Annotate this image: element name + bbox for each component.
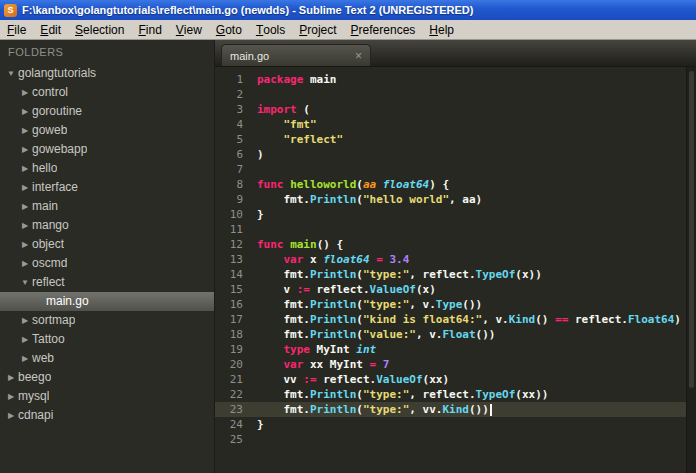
code-line-6[interactable]: 6) (215, 147, 696, 162)
chevron-right-icon[interactable]: ▶ (18, 235, 32, 254)
code-line-11[interactable]: 11 (215, 222, 696, 237)
line-content: "reflect" (257, 132, 343, 147)
code-line-12[interactable]: 12func main() { (215, 237, 696, 252)
menu-view[interactable]: View (169, 20, 209, 39)
tree-item-mango[interactable]: ▶mango (0, 216, 214, 235)
line-content: var xx MyInt = 7 (257, 357, 389, 372)
code-line-21[interactable]: 21 vv := reflect.ValueOf(xx) (215, 372, 696, 387)
menu-tools[interactable]: Tools (249, 20, 292, 39)
menu-file[interactable]: File (0, 20, 33, 39)
line-number: 15 (215, 282, 243, 297)
code-line-19[interactable]: 19 type MyInt int (215, 342, 696, 357)
code-line-23[interactable]: 23 fmt.Println("type:", vv.Kind()) (215, 402, 696, 417)
chevron-right-icon[interactable]: ▶ (18, 102, 32, 121)
tree-item-label: web (32, 349, 54, 368)
code-line-25[interactable]: 25 (215, 432, 696, 447)
tree-item-oscmd[interactable]: ▶oscmd (0, 254, 214, 273)
tree-item-label: goroutine (32, 102, 82, 121)
menu-preferences[interactable]: Preferences (344, 20, 423, 39)
code-line-14[interactable]: 14 fmt.Println("type:", reflect.TypeOf(x… (215, 267, 696, 282)
line-number: 1 (215, 72, 243, 87)
tree-item-main[interactable]: ▶main (0, 197, 214, 216)
tree-item-cdnapi[interactable]: ▶cdnapi (0, 406, 214, 425)
code-line-15[interactable]: 15 v := reflect.ValueOf(x) (215, 282, 696, 297)
menu-selection[interactable]: Selection (68, 20, 131, 39)
tree-item-interface[interactable]: ▶interface (0, 178, 214, 197)
line-content: } (257, 417, 264, 432)
tree-item-sortmap[interactable]: ▶sortmap (0, 311, 214, 330)
chevron-right-icon[interactable]: ▶ (4, 406, 18, 425)
tree-item-hello[interactable]: ▶hello (0, 159, 214, 178)
menu-help[interactable]: Help (422, 20, 461, 39)
code-line-17[interactable]: 17 fmt.Println("kind is float64:", v.Kin… (215, 312, 696, 327)
chevron-right-icon[interactable]: ▶ (4, 368, 18, 387)
code-line-8[interactable]: 8func helloworld(aa float64) { (215, 177, 696, 192)
line-number: 25 (215, 432, 243, 447)
chevron-down-icon[interactable]: ▼ (4, 64, 18, 83)
menu-bar: FileEditSelectionFindViewGotoToolsProjec… (0, 20, 696, 40)
sidebar: FOLDERS ▼golangtutorials▶control▶gorouti… (0, 40, 215, 473)
tab-close-icon[interactable]: × (355, 50, 362, 62)
tab-main-go[interactable]: main.go × (221, 44, 371, 66)
title-bar[interactable]: S F:\kanbox\golangtutorials\reflect\main… (0, 0, 696, 20)
code-line-10[interactable]: 10} (215, 207, 696, 222)
tree-item-label: main (32, 197, 58, 216)
chevron-right-icon[interactable]: ▶ (18, 159, 32, 178)
tree-item-object[interactable]: ▶object (0, 235, 214, 254)
tree-item-web[interactable]: ▶web (0, 349, 214, 368)
code-line-24[interactable]: 24} (215, 417, 696, 432)
tree-item-label: reflect (32, 273, 65, 292)
chevron-right-icon[interactable]: ▶ (18, 349, 32, 368)
line-number: 4 (215, 117, 243, 132)
chevron-right-icon[interactable]: ▶ (18, 197, 32, 216)
tree-item-mysql[interactable]: ▶mysql (0, 387, 214, 406)
code-line-4[interactable]: 4 "fmt" (215, 117, 696, 132)
tree-item-main-go[interactable]: main.go (0, 292, 214, 311)
menu-goto[interactable]: Goto (209, 20, 249, 39)
tree-item-tattoo[interactable]: ▶Tattoo (0, 330, 214, 349)
scrollbar-thumb[interactable] (689, 71, 694, 388)
code-line-7[interactable]: 7 (215, 162, 696, 177)
tree-item-reflect[interactable]: ▼reflect (0, 273, 214, 292)
tree-item-control[interactable]: ▶control (0, 83, 214, 102)
line-content: fmt.Println("value:", v.Float()) (257, 327, 495, 342)
tree-item-goroutine[interactable]: ▶goroutine (0, 102, 214, 121)
menu-edit[interactable]: Edit (33, 20, 68, 39)
chevron-right-icon[interactable]: ▶ (18, 330, 32, 349)
code-line-2[interactable]: 2 (215, 87, 696, 102)
line-content: package main (257, 72, 336, 87)
tree-item-gowebapp[interactable]: ▶gowebapp (0, 140, 214, 159)
chevron-down-icon[interactable]: ▼ (18, 273, 32, 292)
code-line-20[interactable]: 20 var xx MyInt = 7 (215, 357, 696, 372)
tree-item-label: oscmd (32, 254, 67, 273)
chevron-right-icon[interactable]: ▶ (18, 178, 32, 197)
menu-find[interactable]: Find (131, 20, 168, 39)
chevron-right-icon[interactable]: ▶ (18, 254, 32, 273)
chevron-right-icon[interactable]: ▶ (18, 83, 32, 102)
chevron-right-icon[interactable]: ▶ (18, 140, 32, 159)
editor-column: main.go × 1package main23import (4 "fmt"… (215, 40, 696, 473)
tree-item-golangtutorials[interactable]: ▼golangtutorials (0, 64, 214, 83)
chevron-right-icon[interactable]: ▶ (18, 216, 32, 235)
code-line-16[interactable]: 16 fmt.Println("type:", v.Type()) (215, 297, 696, 312)
menu-project[interactable]: Project (292, 20, 343, 39)
code-line-9[interactable]: 9 fmt.Println("hello world", aa) (215, 192, 696, 207)
vertical-scrollbar[interactable] (686, 67, 696, 473)
sublime-text-window: S F:\kanbox\golangtutorials\reflect\main… (0, 0, 696, 473)
code-line-3[interactable]: 3import ( (215, 102, 696, 117)
code-editor[interactable]: 1package main23import (4 "fmt"5 "reflect… (215, 67, 696, 473)
code-line-1[interactable]: 1package main (215, 72, 696, 87)
code-line-13[interactable]: 13 var x float64 = 3.4 (215, 252, 696, 267)
chevron-right-icon[interactable]: ▶ (18, 311, 32, 330)
line-number: 11 (215, 222, 243, 237)
chevron-right-icon[interactable]: ▶ (18, 121, 32, 140)
line-number: 16 (215, 297, 243, 312)
code-line-5[interactable]: 5 "reflect" (215, 132, 696, 147)
line-content: type MyInt int (257, 342, 376, 357)
code-line-18[interactable]: 18 fmt.Println("value:", v.Float()) (215, 327, 696, 342)
code-line-22[interactable]: 22 fmt.Println("type:", reflect.TypeOf(x… (215, 387, 696, 402)
tree-item-goweb[interactable]: ▶goweb (0, 121, 214, 140)
tree-item-beego[interactable]: ▶beego (0, 368, 214, 387)
line-content: ) (257, 147, 264, 162)
chevron-right-icon[interactable]: ▶ (4, 387, 18, 406)
